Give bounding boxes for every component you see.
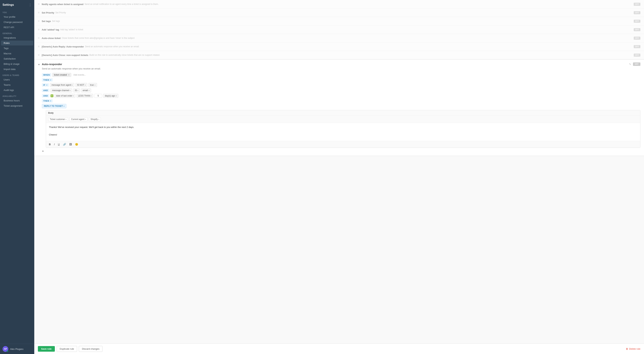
current-agent-dropdown[interactable]: Current agent [70, 117, 87, 121]
sidebar-footer: AP Alex Plugaru [0, 344, 34, 354]
value-chip-email[interactable]: email [81, 88, 91, 92]
sidebar-item-satisfaction[interactable]: Satisfaction [1, 56, 33, 61]
rule-toggle-expanded[interactable]: OFF [633, 62, 640, 66]
then-chevron-icon[interactable]: ▾ [50, 79, 51, 81]
sidebar-item-macros[interactable]: Macros [1, 51, 33, 56]
drag-handle-icon: ≡ [38, 36, 40, 40]
underline-button[interactable]: U [57, 142, 60, 146]
rule-desc: Send an email notification to an agent e… [84, 3, 159, 6]
image-button[interactable]: 🖼 [68, 142, 72, 146]
drag-handle-icon: ≡ [38, 54, 40, 57]
sidebar-item-ticket-assignment[interactable]: Ticket assignment [1, 104, 33, 108]
body-label: Body [46, 110, 640, 116]
collapse-icon[interactable]: ▲ [38, 63, 40, 66]
link-button[interactable]: 🔗 [62, 142, 67, 146]
rule-toggle[interactable]: OFF [634, 11, 640, 14]
sidebar-item-audit-logs[interactable]: Audit logs [1, 88, 33, 92]
edit-icon[interactable]: ✎ [629, 63, 631, 66]
save-rule-button[interactable]: Save rule [38, 346, 55, 352]
field-chip-date-of-last-order[interactable]: date of last order [54, 94, 76, 98]
sidebar-item-teams[interactable]: Teams [1, 82, 33, 87]
remove-event-icon[interactable]: ✕ [68, 74, 70, 76]
rule-toggle[interactable]: OFF [634, 28, 640, 31]
sidebar-item-billing[interactable]: Billing & Usage [1, 62, 33, 66]
sidebar-section-users-teams: USERS & TEAMS [0, 72, 34, 77]
if-label: IF ▾ [42, 83, 49, 86]
rule-desc: Add tag 'added' to ticket [60, 28, 83, 31]
discard-changes-button[interactable]: Discard changes [79, 346, 102, 352]
shopify-icon: S [50, 94, 54, 97]
rule-toggle[interactable]: OFF [634, 45, 640, 48]
rule-toggle[interactable]: OFF [634, 20, 640, 23]
action-chevron-icon[interactable]: ▾ [64, 105, 64, 107]
sidebar-header: Settings ⋮ [0, 0, 34, 9]
when-row: WHEN ticket created ✕ Add events... [42, 73, 640, 77]
operator-chip-is[interactable]: IS [73, 88, 80, 92]
sidebar-item-import-data[interactable]: Import data [1, 67, 33, 72]
sidebar-item-business-hours[interactable]: Business hours [1, 98, 33, 103]
and-row-1: AND message channel IS email [42, 88, 640, 92]
drag-handle-icon: ≡ [38, 28, 40, 31]
duplicate-rule-button[interactable]: Duplicate rule [57, 346, 77, 352]
sidebar-item-change-password[interactable]: Change password [1, 20, 33, 24]
rule-toggle[interactable]: OFF [634, 37, 640, 40]
then-action-chevron-icon[interactable]: ▾ [50, 100, 51, 102]
sidebar-item-users[interactable]: Users [1, 77, 33, 82]
ticket-customer-dropdown[interactable]: Ticket customer [48, 117, 68, 121]
bold-button[interactable]: B [48, 142, 52, 146]
and-row-2: AND S date of last order LESS THAN day(s… [42, 94, 640, 98]
drag-handle-icon: ≡ [38, 20, 40, 23]
add-events-placeholder[interactable]: Add events... [72, 73, 87, 77]
format-bar: B I U 🔗 🖼 🙂 [46, 141, 640, 148]
rule-toggle[interactable]: OFF [634, 54, 640, 57]
sidebar-item-integrations[interactable]: Integrations [1, 35, 33, 40]
value-chip-days-ago[interactable]: day(s) ago [103, 94, 118, 98]
field-chip-message-channel[interactable]: message channel [50, 88, 72, 92]
body-editor-content[interactable]: Thanks! We've received your request. We'… [46, 123, 640, 141]
body-text-line1: Thanks! We've received your request. We'… [49, 126, 637, 129]
operator-chip-is-not[interactable]: IS NOT [76, 83, 87, 87]
delete-rule-button[interactable]: 🗑 Delete rule [626, 348, 640, 350]
expanded-rule-title: Auto-responder [42, 62, 626, 66]
rule-desc: Set tags [52, 20, 60, 22]
body-text-line2: Cheers! [49, 133, 637, 137]
shopify-dropdown[interactable]: Shopify [89, 117, 101, 121]
then-action-row: THEN ▾ [42, 99, 640, 102]
if-chevron-icon[interactable]: ▾ [46, 84, 48, 86]
sidebar-item-tags[interactable]: Tags [1, 46, 33, 51]
rule-name: Notify agents when ticket is assigned [42, 3, 83, 6]
event-chip-ticket-created[interactable]: ticket created ✕ [52, 73, 71, 77]
action-label: REPLY TO TICKET [44, 105, 63, 107]
sidebar-item-rest-api[interactable]: REST API [1, 25, 33, 30]
drag-handle-icon: ≡ [38, 2, 40, 6]
rule-row-generic-auto-close: ≡ [Generic] Auto Close: non-support tick… [34, 51, 644, 59]
sidebar-section-availability: AVAILABILITY [0, 93, 34, 98]
online-status-indicator [7, 350, 8, 352]
rule-name: Set Priority [42, 11, 54, 14]
sidebar-item-rules[interactable]: Rules [1, 40, 33, 46]
rule-row-notify-agents: ≡ Notify agents when ticket is assigned … [34, 0, 644, 8]
operator-chip-less-than[interactable]: LESS THAN [76, 94, 93, 98]
rule-desc: Build on this rule to automatically clos… [89, 54, 160, 56]
value-input-5[interactable] [94, 94, 102, 98]
collapse-bottom-icon[interactable]: ▲ [42, 150, 44, 152]
rule-desc: Set Priority [56, 11, 66, 14]
action-chip-reply-to-ticket[interactable]: REPLY TO TICKET ▾ [42, 104, 66, 108]
rule-row-set-priority: ≡ Set Priority Set Priority OFF [34, 8, 644, 17]
rule-row-auto-close: ≡ Auto-close ticket Close tickets that c… [34, 34, 644, 42]
delete-label: Delete rule [629, 348, 640, 350]
sidebar-item-your-profile[interactable]: Your profile [1, 14, 33, 19]
rule-desc: Send an automatic response when you rece… [85, 45, 140, 48]
then-label-row: THEN ▾ [42, 78, 640, 82]
rule-row-set-tags: ≡ Set tags Set tags OFF [34, 17, 644, 26]
rules-list: ≡ Notify agents when ticket is assigned … [34, 0, 644, 344]
field-chip-message-from-agent[interactable]: message from agent [50, 83, 74, 87]
expanded-rule-panel: ▲ Auto-responder ✎ OFF Send an automatic… [34, 59, 644, 156]
value-chip-true[interactable]: true [88, 83, 97, 87]
rule-toggle[interactable]: OFF [634, 3, 640, 6]
trash-icon: 🗑 [626, 348, 628, 350]
italic-button[interactable]: I [53, 142, 56, 146]
sidebar-menu-icon[interactable]: ⋮ [28, 3, 32, 7]
emoji-button[interactable]: 🙂 [74, 142, 79, 146]
body-editor: Body Ticket customer Current agent Shopi… [46, 110, 640, 148]
